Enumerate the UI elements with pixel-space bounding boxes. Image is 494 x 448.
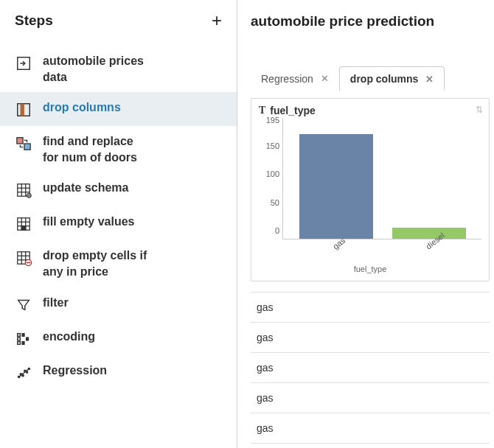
page-title: automobile price prediction (251, 13, 490, 29)
regression-icon (15, 364, 32, 382)
svg-rect-26 (18, 341, 21, 344)
table-row[interactable]: gas (251, 292, 490, 323)
table-row[interactable]: gas (251, 383, 490, 413)
drop-empty-icon (15, 249, 32, 267)
svg-rect-16 (21, 226, 26, 231)
y-tick: 100 (266, 169, 279, 178)
y-tick: 195 (266, 116, 279, 125)
step-item-drop-empty[interactable]: drop empty cells if any in price (0, 240, 237, 287)
main-panel: automobile price prediction Regression ✕… (237, 0, 494, 448)
svg-rect-27 (22, 333, 24, 336)
step-label: Regression (43, 363, 107, 379)
close-icon[interactable]: ✕ (425, 74, 434, 85)
y-tick: 0 (275, 226, 279, 235)
import-icon (15, 55, 32, 72)
step-item-update-schema[interactable]: update schema (0, 172, 237, 206)
table-row[interactable]: gas (251, 353, 490, 383)
steps-panel: Steps + automobile prices data drop colu… (0, 0, 237, 448)
svg-rect-3 (17, 138, 23, 144)
tab-label: drop columns (350, 73, 419, 85)
y-axis: 050100150195 (259, 118, 282, 239)
column-name: fuel_type (270, 105, 315, 116)
encoding-icon (15, 330, 32, 348)
svg-rect-25 (18, 337, 21, 340)
chart-plot-area (282, 118, 481, 239)
column-header: T fuel_type (259, 105, 481, 116)
step-item-fill-empty[interactable]: fill empty values (0, 206, 237, 240)
x-axis-labels: gasdiesel (282, 239, 481, 260)
svg-rect-28 (22, 341, 24, 344)
tabs-bar: Regression ✕ drop columns ✕ (251, 66, 490, 91)
table-row[interactable]: gas (251, 413, 490, 444)
step-label: filter (43, 295, 69, 311)
chart-bar (299, 134, 373, 239)
step-item-find-replace[interactable]: find and replace for num of doors (0, 126, 237, 172)
steps-header: Steps + (0, 0, 237, 46)
table-row[interactable]: gas (251, 323, 490, 353)
svg-rect-29 (27, 337, 29, 340)
step-label: automobile prices data (43, 53, 150, 85)
svg-point-32 (22, 374, 24, 376)
filter-icon (15, 296, 32, 314)
step-label: find and replace for num of doors (43, 133, 150, 165)
sort-icon[interactable]: ⇅ (476, 105, 483, 115)
steps-list: automobile prices data drop columns find… (0, 46, 237, 389)
data-rows: gasgasgasgasgas (251, 292, 490, 444)
step-label: fill empty values (43, 214, 135, 230)
tab-drop-columns[interactable]: drop columns ✕ (339, 66, 445, 91)
chart-bar (392, 228, 466, 239)
step-item-drop-columns[interactable]: drop columns (0, 92, 237, 126)
y-tick: 50 (271, 198, 279, 207)
step-label: drop columns (43, 99, 121, 116)
bar-chart: 050100150195 (259, 118, 481, 239)
step-item-data-source[interactable]: automobile prices data (0, 46, 237, 92)
step-label: drop empty cells if any in price (43, 248, 150, 279)
svg-rect-2 (20, 104, 24, 116)
svg-rect-4 (24, 144, 30, 150)
step-item-encoding[interactable]: encoding (0, 321, 237, 355)
svg-point-34 (26, 371, 27, 373)
find-replace-icon (15, 135, 32, 153)
tab-label: Regression (261, 73, 313, 85)
text-type-icon: T (259, 105, 265, 116)
column-chart-card: T fuel_type ⇅ 050100150195 gasdiesel fue… (251, 98, 490, 281)
x-axis-title: fuel_type (259, 265, 481, 273)
drop-columns-icon (15, 101, 32, 119)
close-icon[interactable]: ✕ (321, 73, 329, 84)
step-label: encoding (43, 329, 95, 345)
step-item-filter[interactable]: filter (0, 287, 237, 321)
tab-regression[interactable]: Regression ✕ (251, 67, 339, 91)
fill-empty-icon (15, 215, 32, 233)
schema-icon (15, 181, 32, 199)
step-item-regression[interactable]: Regression (0, 355, 237, 389)
y-tick: 150 (266, 141, 279, 150)
steps-title: Steps (15, 13, 53, 29)
svg-rect-24 (18, 333, 21, 336)
add-step-button[interactable]: + (212, 12, 222, 29)
step-label: update schema (43, 180, 128, 196)
